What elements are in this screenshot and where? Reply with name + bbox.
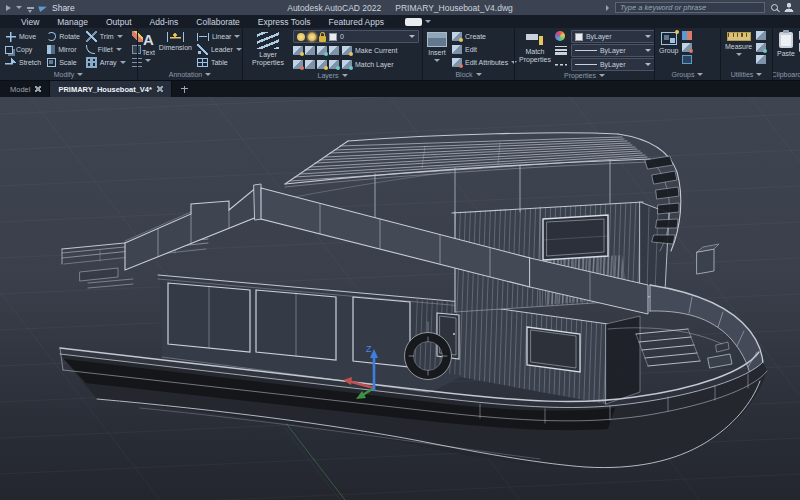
modify-panel-label[interactable]: Modify <box>0 69 137 80</box>
match-properties-button[interactable]: Match Properties <box>519 30 551 71</box>
layer-properties-button[interactable]: Layer Properties <box>247 30 289 71</box>
account-icon[interactable] <box>784 3 794 12</box>
paste-button[interactable]: Paste <box>777 30 795 69</box>
stretch-button[interactable]: Stretch <box>4 56 42 69</box>
ribbon-tab-bar: View Manage Output Add-ins Collaborate E… <box>0 15 800 28</box>
houseboat-canvas: Z <box>0 97 800 500</box>
menu-manage[interactable]: Manage <box>48 17 97 27</box>
insert-icon <box>427 32 447 47</box>
new-tab-button[interactable] <box>172 81 197 97</box>
object-color-dropdown[interactable]: ByLayer <box>571 30 655 43</box>
ungroup-icon[interactable] <box>682 31 692 40</box>
text-button[interactable]: A Text <box>142 30 155 69</box>
layer-isolate-tool-icon[interactable] <box>305 46 315 55</box>
quick-calc-icon[interactable] <box>756 43 766 52</box>
search-icon[interactable] <box>771 4 778 11</box>
linear-icon <box>197 33 209 41</box>
lineweight-caret-icon <box>645 49 651 52</box>
file-tab-bar: Model PRIMARY_Houseboat_V4* <box>0 81 800 97</box>
tab-model[interactable]: Model <box>2 81 50 97</box>
ucs-z-label: Z <box>366 344 372 354</box>
id-point-icon[interactable] <box>756 55 766 64</box>
leader-icon <box>197 44 208 55</box>
menu-output[interactable]: Output <box>97 17 141 27</box>
block-edit-button[interactable]: Edit <box>451 43 518 56</box>
copy-button[interactable]: Copy <box>4 43 42 56</box>
block-edit-icon <box>452 45 462 54</box>
layer-freeze-tool-icon[interactable] <box>317 46 327 55</box>
mirror-button[interactable]: Mirror <box>46 43 81 56</box>
drawing-viewport[interactable]: Z <box>0 97 800 500</box>
menu-collaborate[interactable]: Collaborate <box>187 17 248 27</box>
fillet-button[interactable]: Fillet <box>85 43 127 56</box>
title-bar: Share Autodesk AutoCAD 2022PRIMARY_House… <box>0 0 800 15</box>
share-button[interactable]: Share <box>52 3 75 13</box>
scale-button[interactable]: Scale <box>46 56 81 69</box>
layer-thaw-all-tool-icon[interactable] <box>305 60 315 69</box>
match-layer-button[interactable]: Match Layer <box>341 58 395 71</box>
workspace-caret-icon[interactable] <box>425 20 431 23</box>
array-icon <box>86 57 97 68</box>
insert-caret-icon <box>434 59 440 62</box>
rotate-button[interactable]: Rotate <box>46 30 81 43</box>
group-edit-icon[interactable] <box>682 43 692 52</box>
lineweight-icon <box>555 46 567 55</box>
layer-off-tool-icon[interactable] <box>293 46 303 55</box>
undo-dropdown-icon[interactable] <box>16 6 22 9</box>
close-drawing-tab-icon[interactable] <box>157 86 163 92</box>
close-model-tab-icon[interactable] <box>35 86 41 92</box>
block-create-button[interactable]: Create <box>451 30 518 43</box>
groups-panel-label[interactable]: Groups <box>655 69 720 80</box>
trim-button[interactable]: Trim <box>85 30 127 43</box>
ribbon-panel-utilities: Measure Utilities <box>720 28 772 80</box>
edit-attributes-button[interactable]: Edit Attributes <box>451 56 518 69</box>
ribbon-panel-clipboard: Paste Clipboard <box>772 28 800 80</box>
clipboard-panel-label[interactable]: Clipboard <box>773 69 800 80</box>
workspace-chip-icon[interactable] <box>405 18 422 26</box>
annotation-panel-label[interactable]: Annotation <box>138 69 242 80</box>
share-icon[interactable] <box>38 3 47 11</box>
customize-toolbar-icon[interactable] <box>27 7 34 9</box>
measure-icon <box>727 32 751 41</box>
move-button[interactable]: Move <box>4 30 42 43</box>
insert-button[interactable]: Insert <box>427 30 447 69</box>
linear-button[interactable]: Linear <box>196 30 243 43</box>
menu-express-tools[interactable]: Express Tools <box>249 17 320 27</box>
layers-panel-label[interactable]: Layers <box>243 71 422 80</box>
undo-icon[interactable] <box>6 5 11 11</box>
layer-walk-tool-icon[interactable] <box>329 60 339 69</box>
table-icon <box>197 58 208 67</box>
group-button[interactable]: Group <box>659 30 678 69</box>
lineweight-dropdown[interactable]: ByLayer <box>571 44 655 57</box>
annotation-panel-caret-icon <box>205 73 211 76</box>
tab-primary-houseboat[interactable]: PRIMARY_Houseboat_V4* <box>50 81 172 97</box>
layer-lock-tool-icon[interactable] <box>329 46 339 55</box>
array-button[interactable]: Array <box>85 56 127 69</box>
search-input[interactable] <box>615 2 765 13</box>
titlebar-right <box>606 2 794 13</box>
layer-unlock-tool-icon[interactable] <box>317 60 327 69</box>
group-selection-icon[interactable] <box>682 55 692 64</box>
utilities-panel-caret-icon <box>756 73 762 76</box>
block-panel-label[interactable]: Block <box>423 69 514 80</box>
leader-button[interactable]: Leader <box>196 43 243 56</box>
properties-panel-label[interactable]: Properties <box>515 71 654 80</box>
measure-button[interactable]: Measure <box>725 30 752 69</box>
quick-select-icon[interactable] <box>756 31 766 40</box>
ribbon: Move Copy Stretch Rotate Mirror Scale Tr… <box>0 28 800 81</box>
make-current-button[interactable]: Make Current <box>341 44 398 57</box>
houseboat-wireframe <box>60 133 767 468</box>
table-button[interactable]: Table <box>196 56 243 69</box>
layer-unisolate-tool-icon[interactable] <box>293 60 303 69</box>
trim-caret-icon <box>117 35 123 38</box>
layer-dropdown[interactable]: 0 <box>293 30 419 43</box>
dimension-button[interactable]: Dimension <box>159 30 192 69</box>
linetype-icon <box>555 60 567 69</box>
utilities-panel-label[interactable]: Utilities <box>721 69 772 80</box>
linetype-dropdown[interactable]: ByLayer <box>571 58 655 71</box>
menu-view[interactable]: View <box>12 17 48 27</box>
menu-addins[interactable]: Add-ins <box>141 17 188 27</box>
menu-featured-apps[interactable]: Featured Apps <box>320 17 393 27</box>
search-expand-icon[interactable] <box>606 5 609 11</box>
group-icon <box>661 32 677 45</box>
